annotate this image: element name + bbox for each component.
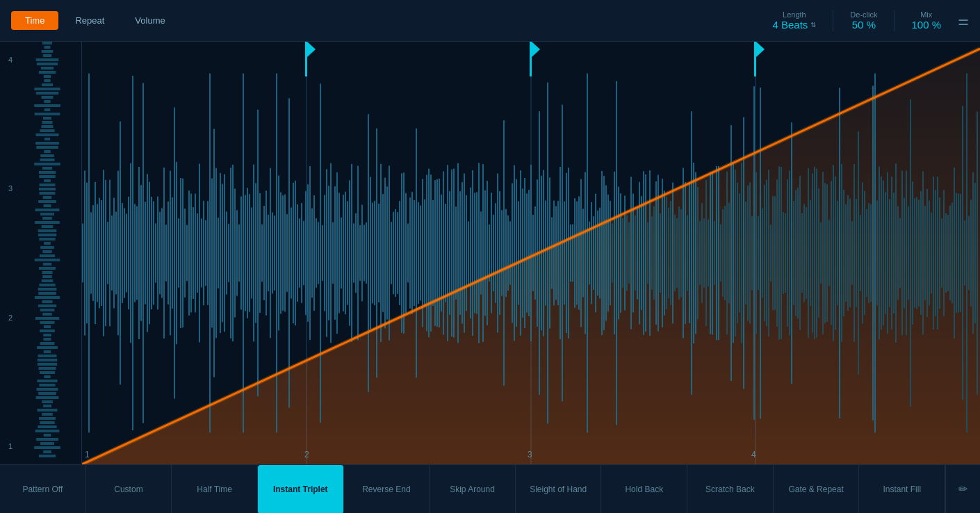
svg-rect-407 (710, 172, 711, 334)
edit-pattern-icon[interactable]: ✏ (945, 465, 980, 514)
btn-sleight-of-hand[interactable]: Sleight of Hand (516, 465, 602, 514)
svg-rect-440 (778, 166, 780, 340)
svg-rect-113 (97, 204, 98, 302)
btn-instant-triplet[interactable]: Instant Triplet (258, 465, 344, 514)
svg-rect-4 (36, 58, 59, 61)
svg-rect-121 (113, 197, 115, 308)
tab-volume[interactable]: Volume (121, 11, 179, 30)
svg-rect-139 (151, 197, 152, 309)
mix-settings-icon[interactable]: ⚌ (958, 13, 969, 28)
declick-value[interactable]: 50 % (852, 19, 876, 31)
svg-rect-502 (908, 206, 909, 300)
svg-rect-311 (509, 221, 511, 284)
svg-rect-61 (35, 296, 60, 299)
mix-value[interactable]: 100 % (911, 19, 941, 31)
svg-rect-478 (858, 131, 859, 375)
svg-rect-123 (117, 171, 119, 335)
svg-rect-260 (403, 172, 405, 334)
btn-scratch-back[interactable]: Scratch Back (687, 465, 774, 514)
svg-rect-208 (295, 181, 296, 325)
svg-rect-17 (35, 113, 60, 115)
svg-rect-33 (44, 179, 51, 182)
svg-rect-37 (43, 196, 51, 199)
btn-half-time[interactable]: Half Time (172, 465, 258, 514)
svg-rect-396 (687, 215, 688, 291)
btn-skip-around[interactable]: Skip Around (430, 465, 516, 514)
header-params: Length 4 Beats ⇅ De-click 50 % Mix 100 %… (772, 10, 969, 31)
svg-rect-276 (436, 179, 438, 327)
btn-pattern-off[interactable]: Pattern Off (0, 465, 86, 514)
svg-rect-84 (38, 392, 56, 395)
svg-rect-356 (603, 176, 605, 330)
svg-rect-248 (378, 204, 379, 302)
svg-rect-196 (270, 168, 271, 339)
svg-rect-533 (972, 172, 974, 334)
svg-rect-210 (299, 218, 300, 288)
svg-rect-178 (232, 165, 234, 341)
svg-rect-522 (949, 206, 951, 301)
btn-reverse-end[interactable]: Reverse End (344, 465, 430, 514)
svg-rect-14 (44, 100, 50, 103)
svg-rect-258 (399, 201, 400, 305)
beat-num-1: 1 (8, 442, 13, 450)
svg-rect-89 (42, 413, 53, 416)
svg-rect-20 (41, 125, 53, 128)
svg-rect-468 (837, 201, 838, 305)
svg-rect-427 (751, 216, 753, 291)
svg-rect-430 (758, 216, 759, 290)
svg-rect-386 (666, 197, 667, 309)
svg-rect-339 (568, 168, 569, 339)
tab-repeat[interactable]: Repeat (61, 11, 118, 30)
svg-rect-218 (316, 218, 317, 288)
svg-rect-49 (40, 246, 54, 249)
svg-rect-293 (472, 170, 473, 336)
svg-rect-409 (714, 221, 715, 285)
svg-rect-304 (495, 203, 496, 302)
svg-rect-212 (303, 221, 304, 286)
svg-rect-362 (616, 81, 617, 425)
svg-rect-392 (678, 206, 680, 300)
svg-rect-299 (484, 190, 486, 316)
btn-hold-back[interactable]: Hold Back (601, 465, 687, 514)
btn-gate-repeat[interactable]: Gate & Repeat (774, 465, 860, 514)
svg-rect-79 (40, 371, 55, 374)
svg-rect-140 (153, 202, 154, 305)
svg-rect-438 (774, 196, 776, 310)
btn-instant-fill[interactable]: Instant Fill (859, 465, 945, 514)
pencil-icon: ✏ (958, 482, 967, 496)
svg-rect-307 (501, 210, 503, 295)
svg-rect-449 (797, 188, 799, 319)
svg-rect-171 (218, 218, 219, 288)
svg-rect-27 (40, 154, 54, 157)
svg-rect-158 (190, 194, 192, 313)
svg-rect-393 (680, 209, 682, 297)
svg-rect-95 (36, 438, 58, 441)
svg-rect-331 (551, 218, 553, 289)
svg-rect-470 (841, 164, 842, 342)
svg-rect-380 (653, 206, 655, 300)
length-value[interactable]: 4 Beats ⇅ (772, 19, 816, 31)
svg-rect-144 (161, 208, 163, 298)
svg-rect-472 (845, 204, 847, 302)
svg-rect-117 (105, 180, 106, 326)
svg-rect-454 (808, 168, 809, 338)
length-arrows[interactable]: ⇅ (810, 21, 816, 28)
svg-rect-107 (84, 170, 85, 336)
svg-rect-164 (203, 201, 204, 305)
svg-rect-157 (188, 190, 190, 316)
svg-rect-249 (380, 164, 382, 342)
svg-rect-344 (578, 196, 580, 309)
svg-rect-59 (38, 288, 57, 291)
svg-rect-373 (639, 182, 640, 325)
svg-rect-0 (42, 42, 52, 44)
tab-time[interactable]: Time (11, 11, 58, 30)
svg-rect-26 (44, 150, 50, 153)
svg-rect-245 (372, 203, 373, 304)
svg-rect-446 (791, 122, 792, 384)
svg-rect-512 (929, 200, 930, 305)
svg-rect-221 (322, 225, 323, 281)
svg-rect-294 (474, 193, 475, 313)
svg-rect-18 (43, 117, 51, 120)
svg-rect-402 (699, 221, 701, 285)
btn-custom[interactable]: Custom (86, 465, 172, 514)
